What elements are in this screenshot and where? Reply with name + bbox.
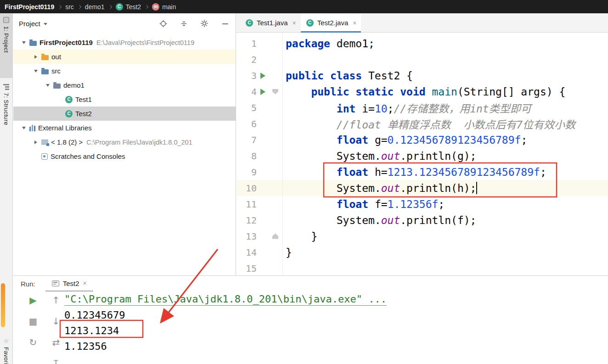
breadcrumb-item-firstproject0119[interactable]: FirstProject0119	[5, 3, 54, 11]
tree-row-test1[interactable]: CTest1	[13, 92, 236, 106]
line-number[interactable]: 4	[236, 86, 257, 97]
breadcrumb-item-src[interactable]: src	[65, 3, 74, 11]
tree-row-1-8-2[interactable]: < 1.8 (2) >C:\Program Files\Java\jdk1.8.…	[13, 135, 236, 149]
line-number[interactable]: 2	[236, 54, 257, 65]
tree-expand-toggle[interactable]	[44, 84, 52, 87]
line-number[interactable]: 3	[236, 70, 257, 81]
tool-button-favorites[interactable]: ☆ Favorites	[0, 335, 12, 364]
line-number[interactable]: 12	[236, 215, 257, 226]
breadcrumb-item-main[interactable]: mmain	[152, 3, 176, 11]
code-text[interactable]: System.out.println(f);	[282, 214, 476, 226]
restore-layout-button[interactable]: ↻	[27, 336, 39, 348]
down-the-stack-trace-button[interactable]: ↓	[50, 315, 62, 327]
code-text[interactable]: float h=1213.123456789123456789f;	[282, 166, 546, 178]
tree-expand-toggle[interactable]	[20, 127, 28, 129]
run-gutter-button[interactable]	[257, 89, 269, 95]
code-text[interactable]: System.out.println(g);	[282, 150, 476, 162]
code-line-15[interactable]: 15	[236, 260, 608, 275]
tree-row-firstproject0119[interactable]: FirstProject0119E:\Java\Projects\FirstPr…	[13, 35, 236, 50]
breadcrumb-separator-icon	[78, 5, 81, 8]
folder-project-icon	[29, 39, 37, 46]
code-text[interactable]: int i=10;//存储整数，用int类型即可	[282, 100, 531, 116]
code-text[interactable]: System.out.println(h);	[282, 182, 477, 194]
code-line-8[interactable]: 8 System.out.println(g);	[236, 148, 608, 164]
tree-label: FirstProject0119	[39, 39, 93, 46]
code-line-9[interactable]: 9 float h=1213.123456789123456789f;	[236, 164, 608, 180]
breadcrumb-item-test2[interactable]: CTest2	[116, 3, 141, 11]
tree-expand-toggle[interactable]	[32, 140, 40, 144]
code-text[interactable]: float g=0.123456789123456789f;	[282, 134, 527, 146]
tree-row-external-libraries[interactable]: External Libraries	[13, 121, 236, 135]
class-icon: C	[65, 110, 73, 118]
tree-path: C:\Program Files\Java\jdk1.8.0_201	[86, 139, 192, 146]
code-line-3[interactable]: 3public class Test2 {	[236, 67, 608, 84]
left-scroll-marker[interactable]	[1, 283, 5, 327]
project-panel-header: Project	[13, 13, 236, 34]
run-tab-test2[interactable]: Test2 ×	[45, 276, 93, 291]
code-text[interactable]: float f=1.12356f;	[282, 198, 445, 210]
code-line-13[interactable]: 13 }	[236, 228, 608, 244]
line-number[interactable]: 15	[236, 263, 257, 274]
line-number[interactable]: 9	[236, 167, 257, 178]
code-editor[interactable]: 1package demo1;23public class Test2 {4 p…	[236, 33, 608, 275]
line-number[interactable]: 8	[236, 151, 257, 162]
fold-gutter[interactable]	[269, 234, 282, 239]
code-line-12[interactable]: 12 System.out.println(f);	[236, 212, 608, 228]
line-number[interactable]: 13	[236, 231, 257, 242]
locate-file-button[interactable]	[159, 19, 167, 28]
hide-panel-button[interactable]	[221, 19, 229, 28]
code-line-10[interactable]: 10 System.out.println(h);	[236, 180, 608, 196]
tree-expand-toggle[interactable]	[20, 41, 28, 44]
tree-row-demo1[interactable]: demo1	[13, 78, 236, 92]
code-line-7[interactable]: 7 float g=0.123456789123456789f;	[236, 132, 608, 148]
line-number[interactable]: 14	[236, 247, 257, 258]
rerun-button[interactable]: ▶	[27, 294, 39, 306]
line-number[interactable]: 6	[236, 118, 257, 129]
class-icon: C	[246, 19, 253, 27]
tool-button-project[interactable]: 1: Project	[0, 14, 12, 78]
line-number[interactable]: 10	[236, 183, 257, 194]
code-text[interactable]: //float 单精度浮点数 小数点后有7位有效小数	[282, 116, 575, 132]
settings-button[interactable]	[200, 19, 208, 28]
fold-gutter[interactable]	[269, 89, 282, 95]
up-the-stack-trace-button[interactable]: ↑	[50, 294, 62, 306]
editor-tab-test1-java[interactable]: CTest1.java×	[240, 13, 301, 32]
soft-wrap-button[interactable]: ⇄	[50, 336, 62, 348]
tree-row-out[interactable]: out	[13, 50, 236, 64]
tree-row-test2[interactable]: CTest2	[13, 106, 236, 121]
line-number[interactable]: 7	[236, 134, 257, 146]
tree-path: E:\Java\Projects\FirstProject0119	[96, 39, 194, 46]
code-line-2[interactable]: 2	[236, 51, 608, 67]
editor-tab-test2-java[interactable]: CTest2.java×	[301, 13, 361, 32]
code-text[interactable]: }	[282, 246, 292, 258]
line-number[interactable]: 5	[236, 102, 257, 113]
code-text[interactable]: package demo1;	[282, 38, 375, 50]
line-number[interactable]: 1	[236, 38, 257, 49]
code-line-6[interactable]: 6 //float 单精度浮点数 小数点后有7位有效小数	[236, 116, 608, 132]
scroll-to-end-icon: ↧	[52, 358, 60, 364]
code-text[interactable]: }	[282, 230, 317, 242]
breadcrumb-item-demo1[interactable]: demo1	[85, 3, 105, 11]
tree-row-src[interactable]: src	[13, 64, 236, 78]
close-icon[interactable]: ×	[293, 19, 296, 27]
close-icon[interactable]: ×	[83, 280, 87, 287]
code-line-14[interactable]: 14}	[236, 244, 608, 260]
chevron-down-icon[interactable]	[44, 23, 47, 25]
code-line-5[interactable]: 5 int i=10;//存储整数，用int类型即可	[236, 100, 608, 116]
tree-expand-toggle[interactable]	[32, 70, 40, 73]
scroll-to-end-button[interactable]: ↧	[50, 358, 62, 364]
code-text[interactable]: public static void main(String[] args) {	[282, 86, 565, 98]
project-panel-title[interactable]: Project	[19, 20, 40, 28]
code-line-11[interactable]: 11 float f=1.12356f;	[236, 196, 608, 212]
collapse-all-button[interactable]	[180, 19, 188, 28]
code-line-1[interactable]: 1package demo1;	[236, 35, 608, 51]
tool-button-structure[interactable]: 7: Structure	[0, 80, 12, 152]
code-text[interactable]: public class Test2 {	[282, 70, 413, 82]
close-icon[interactable]: ×	[353, 19, 356, 27]
tree-expand-toggle[interactable]	[32, 55, 40, 59]
code-line-4[interactable]: 4 public static void main(String[] args)…	[236, 84, 608, 100]
stop-button[interactable]: ■	[27, 315, 39, 327]
line-number[interactable]: 11	[236, 199, 257, 210]
run-gutter-button[interactable]	[257, 73, 269, 79]
tree-row-scratches-and-consoles[interactable]: Scratches and Consoles	[13, 149, 236, 163]
